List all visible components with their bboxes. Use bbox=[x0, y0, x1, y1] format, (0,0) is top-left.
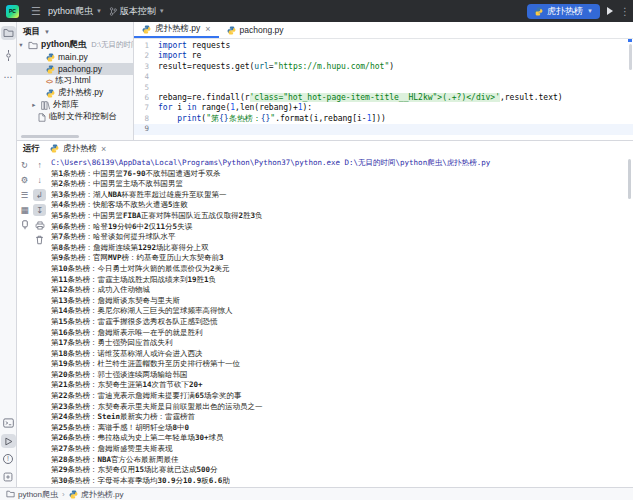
tab-label: 虎扑热榜.py bbox=[155, 23, 200, 35]
line-number: 1 bbox=[134, 41, 158, 51]
main-menu-icon[interactable]: ☰ bbox=[31, 5, 41, 18]
run-configuration-selector[interactable]: 虎扑热榜 ▼ bbox=[527, 4, 600, 19]
commit-tool-window-button[interactable] bbox=[1, 48, 16, 62]
print-icon[interactable] bbox=[33, 219, 46, 231]
console-output-line: 第10条热榜：今日勇士对阵火箭的最低票价仅为2美元 bbox=[51, 264, 633, 275]
tree-file-label: main.py bbox=[58, 52, 88, 62]
python-file-icon bbox=[227, 26, 236, 35]
git-branch-icon bbox=[109, 7, 117, 16]
run-toolbar: ↻ ⚙ ☰ ▦ bbox=[17, 156, 32, 487]
line-number: 5 bbox=[134, 83, 158, 93]
console-output-line: 第18条热榜：诺维茨基称湖人或许会进入西决 bbox=[51, 349, 633, 360]
console-command-line: C:\Users\86139\AppData\Local\Programs\Py… bbox=[51, 158, 633, 169]
python-file-icon bbox=[142, 25, 151, 34]
tree-file-label: 虎扑热榜.py bbox=[58, 87, 103, 99]
rerun-button[interactable]: ↻ bbox=[18, 159, 31, 171]
code-line[interactable]: 2import re bbox=[134, 51, 633, 61]
services-tool-window-button[interactable] bbox=[1, 470, 16, 484]
scroll-to-end-icon[interactable]: ↧ bbox=[33, 204, 46, 216]
editor-tab[interactable]: 虎扑热榜.py× bbox=[134, 22, 219, 38]
run-tool-window-button[interactable] bbox=[1, 434, 16, 448]
list-view-icon[interactable]: ☰ bbox=[18, 189, 31, 201]
console-output-line: 第13条热榜：詹姆斯谈东契奇与里夫斯 bbox=[51, 296, 633, 307]
run-button[interactable] bbox=[607, 7, 613, 15]
code-editor[interactable]: 1import requests2import re3result=reques… bbox=[134, 39, 633, 140]
project-panel-title: 项目 bbox=[23, 26, 40, 38]
tree-row-file[interactable]: main.py bbox=[17, 51, 133, 63]
console-scrollbar[interactable] bbox=[628, 159, 631, 199]
project-tree: ▾python爬虫D:\无目的时间\pymain.pypachong.py<>练… bbox=[17, 39, 133, 123]
breadcrumb-project[interactable]: python爬虫 bbox=[6, 489, 58, 500]
code-text: import re bbox=[158, 51, 201, 61]
console-output-line: 第20条热榜：郭士强谈连续两场输给韩国 bbox=[51, 370, 633, 381]
console-output-line: 第4条热榜：快船客场不敌热火遭遇5连败 bbox=[51, 200, 633, 211]
code-line[interactable]: 5 bbox=[134, 83, 633, 93]
run-tab[interactable]: 虎扑热榜 × bbox=[50, 143, 106, 155]
editor-scrollbar[interactable] bbox=[629, 44, 632, 70]
line-number: 9 bbox=[134, 124, 158, 134]
project-selector[interactable]: python爬虫 ▼ bbox=[48, 5, 102, 18]
up-stack-trace-icon[interactable]: ↑ bbox=[33, 159, 46, 171]
tree-file-label: 练习.html bbox=[55, 75, 90, 87]
breadcrumb-file[interactable]: 虎扑热榜.py bbox=[69, 489, 124, 500]
editor-area: 虎扑热榜.py×pachong.py 1import requests2impo… bbox=[134, 22, 633, 140]
code-line[interactable]: 9 bbox=[134, 124, 633, 134]
console-output-line: 第23条热榜：东契奇表示里夫斯是目前联盟最出色的运动员之一 bbox=[51, 402, 633, 413]
settings-icon[interactable]: ⚙ bbox=[18, 174, 31, 186]
tree-row-root[interactable]: ▾python爬虫D:\无目的时间\py bbox=[17, 39, 133, 51]
more-actions-icon[interactable]: ⋮ bbox=[620, 6, 630, 17]
pin-icon bbox=[21, 220, 29, 230]
tree-row-file[interactable]: pachong.py bbox=[17, 63, 133, 75]
console-output-line: 第22条热榜：雷迪克表示詹姆斯未提要打满65场拿奖的事 bbox=[51, 391, 633, 402]
code-text: rebang=re.findall(r'class="hot_hot-page-… bbox=[158, 93, 563, 103]
code-line[interactable]: 8 print("第{}条热榜：{}".format(i,rebang[i-1]… bbox=[134, 114, 633, 124]
pin-tab-icon[interactable] bbox=[18, 219, 31, 231]
editor-tab[interactable]: pachong.py bbox=[219, 22, 292, 38]
console-output-line: 第28条热榜：NBA官方公布最新周最佳 bbox=[51, 455, 633, 466]
tree-node-label: 临时文件和控制台 bbox=[49, 111, 117, 123]
tree-row-file[interactable]: 虎扑热榜.py bbox=[17, 87, 133, 99]
close-icon[interactable]: × bbox=[101, 144, 106, 154]
run-tool-window-header: 运行 虎扑热榜 × bbox=[17, 141, 633, 156]
tree-row-file[interactable]: <>练习.html bbox=[17, 75, 133, 87]
trash-icon bbox=[35, 235, 44, 245]
more-tool-windows-button[interactable]: ⋯ bbox=[1, 70, 16, 84]
run-tool-window-icon bbox=[4, 437, 13, 446]
code-line[interactable]: 4 bbox=[134, 72, 633, 82]
code-line[interactable]: 7for i in range(1,len(rebang)+1): bbox=[134, 103, 633, 113]
layout-settings-icon[interactable]: ▦ bbox=[18, 204, 31, 216]
printer-icon bbox=[35, 221, 45, 230]
code-line[interactable]: 6rebang=re.findall(r'class="hot_hot-page… bbox=[134, 93, 633, 103]
soft-wrap-icon[interactable]: ↲ bbox=[33, 189, 46, 201]
console-output-line: 第21条热榜：东契奇生涯第14次首节砍下20+ bbox=[51, 380, 633, 391]
project-horizontal-scrollbar[interactable] bbox=[21, 135, 79, 138]
run-tool-window: 运行 虎扑热榜 × ↻ ⚙ ☰ ▦ bbox=[17, 140, 633, 487]
tab-label: pachong.py bbox=[240, 25, 284, 35]
console-output-line: 第25条热榜：离谱手感！胡明轩全场8中0 bbox=[51, 423, 633, 434]
code-line[interactable]: 1import requests bbox=[134, 41, 633, 51]
project-panel-header[interactable]: 项目 ▼ bbox=[17, 25, 133, 39]
tree-root-name: python爬虫 bbox=[41, 39, 86, 51]
clear-console-icon[interactable] bbox=[33, 234, 46, 246]
close-icon[interactable]: × bbox=[205, 24, 210, 34]
upper-split: 项目 ▼ ▾python爬虫D:\无目的时间\pymain.pypachong.… bbox=[17, 22, 633, 140]
breadcrumb-project-label: python爬虫 bbox=[18, 489, 58, 500]
tree-row-node[interactable]: ▸外部库 bbox=[17, 99, 133, 111]
console-output-line: 第6条热榜：哈登19分钟6中2仅11分5失误 bbox=[51, 222, 633, 233]
python-file-icon bbox=[69, 490, 78, 499]
project-tool-window-button[interactable] bbox=[1, 26, 16, 40]
tree-row-node[interactable]: 临时文件和控制台 bbox=[17, 111, 133, 123]
terminal-tool-window-button[interactable] bbox=[1, 416, 16, 430]
vcs-widget[interactable]: 版本控制 ▼ bbox=[109, 5, 165, 18]
console-output-line: 第27条热榜：詹姆斯盛赞里夫斯表现 bbox=[51, 444, 633, 455]
run-console[interactable]: C:\Users\86139\AppData\Local\Programs\Py… bbox=[47, 156, 633, 487]
code-line[interactable]: 3result=requests.get(url="https://m.hupu… bbox=[134, 62, 633, 72]
line-number: 6 bbox=[134, 93, 158, 103]
problems-tool-window-button[interactable]: ! bbox=[1, 452, 16, 466]
code-text: for i in range(1,len(rebang)+1): bbox=[158, 103, 312, 113]
breadcrumb-separator: › bbox=[62, 490, 65, 499]
down-stack-trace-icon[interactable]: ↓ bbox=[33, 174, 46, 186]
python-file-icon bbox=[46, 89, 55, 98]
console-output-line: 第30条热榜：字母哥本赛季场均30.9分10.9板6.6助 bbox=[51, 476, 633, 487]
console-output-line: 第26条热榜：弗拉格成为史上第二年轻单场30+球员 bbox=[51, 433, 633, 444]
